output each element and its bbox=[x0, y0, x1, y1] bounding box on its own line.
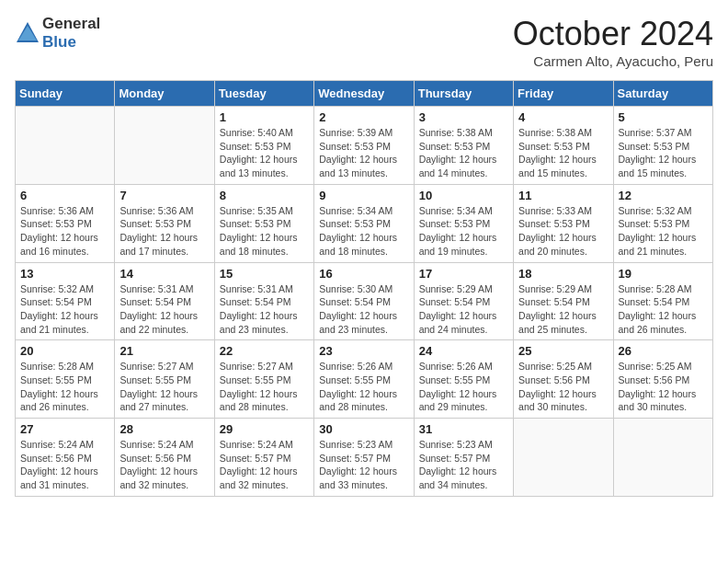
calendar-cell: 24Sunrise: 5:26 AMSunset: 5:55 PMDayligh… bbox=[414, 340, 513, 419]
day-number: 12 bbox=[619, 189, 708, 202]
day-number: 13 bbox=[20, 267, 109, 281]
day-number: 7 bbox=[119, 189, 209, 202]
weekday-header-monday: Monday bbox=[115, 81, 214, 107]
calendar-table: SundayMondayTuesdayWednesdayThursdayFrid… bbox=[15, 80, 713, 497]
day-info: Sunrise: 5:23 AMSunset: 5:57 PMDaylight:… bbox=[319, 438, 408, 492]
day-number: 19 bbox=[619, 267, 708, 281]
calendar-cell: 12Sunrise: 5:32 AMSunset: 5:53 PMDayligh… bbox=[613, 184, 712, 262]
calendar-cell: 30Sunrise: 5:23 AMSunset: 5:57 PMDayligh… bbox=[314, 419, 414, 497]
day-number: 11 bbox=[518, 189, 608, 202]
weekday-header-friday: Friday bbox=[514, 81, 613, 107]
day-info: Sunrise: 5:38 AMSunset: 5:53 PMDaylight:… bbox=[518, 126, 608, 180]
calendar-cell: 22Sunrise: 5:27 AMSunset: 5:55 PMDayligh… bbox=[214, 340, 313, 419]
day-number: 29 bbox=[220, 422, 309, 436]
calendar-week-5: 27Sunrise: 5:24 AMSunset: 5:56 PMDayligh… bbox=[16, 419, 713, 497]
logo-blue: Blue bbox=[42, 33, 76, 51]
calendar-cell: 21Sunrise: 5:27 AMSunset: 5:55 PMDayligh… bbox=[115, 340, 214, 419]
calendar-cell: 18Sunrise: 5:29 AMSunset: 5:54 PMDayligh… bbox=[514, 262, 613, 340]
day-info: Sunrise: 5:40 AMSunset: 5:53 PMDaylight:… bbox=[220, 126, 309, 180]
calendar-cell: 11Sunrise: 5:33 AMSunset: 5:53 PMDayligh… bbox=[514, 184, 613, 262]
weekday-header-thursday: Thursday bbox=[414, 81, 513, 107]
calendar-cell bbox=[613, 419, 712, 497]
day-info: Sunrise: 5:30 AMSunset: 5:54 PMDaylight:… bbox=[319, 282, 408, 337]
day-number: 16 bbox=[319, 267, 408, 281]
day-number: 23 bbox=[319, 344, 408, 358]
day-number: 14 bbox=[119, 267, 209, 281]
weekday-header-sunday: Sunday bbox=[16, 81, 115, 107]
day-info: Sunrise: 5:25 AMSunset: 5:56 PMDaylight:… bbox=[619, 360, 708, 414]
calendar-cell: 17Sunrise: 5:29 AMSunset: 5:54 PMDayligh… bbox=[414, 262, 513, 340]
day-info: Sunrise: 5:35 AMSunset: 5:53 PMDaylight:… bbox=[220, 204, 309, 259]
calendar-cell: 15Sunrise: 5:31 AMSunset: 5:54 PMDayligh… bbox=[214, 262, 313, 340]
day-info: Sunrise: 5:26 AMSunset: 5:55 PMDaylight:… bbox=[419, 360, 508, 414]
day-number: 15 bbox=[220, 267, 309, 281]
calendar-cell: 25Sunrise: 5:25 AMSunset: 5:56 PMDayligh… bbox=[514, 340, 613, 419]
day-number: 9 bbox=[319, 189, 408, 202]
weekday-header-row: SundayMondayTuesdayWednesdayThursdayFrid… bbox=[16, 81, 713, 107]
calendar-cell bbox=[115, 107, 214, 185]
day-number: 26 bbox=[619, 344, 708, 358]
location-title: Carmen Alto, Ayacucho, Peru bbox=[513, 53, 713, 69]
day-number: 31 bbox=[419, 422, 508, 436]
calendar-cell: 8Sunrise: 5:35 AMSunset: 5:53 PMDaylight… bbox=[214, 184, 313, 262]
calendar-week-2: 6Sunrise: 5:36 AMSunset: 5:53 PMDaylight… bbox=[16, 184, 713, 262]
calendar-cell: 29Sunrise: 5:24 AMSunset: 5:57 PMDayligh… bbox=[214, 419, 313, 497]
day-info: Sunrise: 5:24 AMSunset: 5:57 PMDaylight:… bbox=[220, 438, 309, 492]
weekday-header-wednesday: Wednesday bbox=[314, 81, 414, 107]
svg-marker-1 bbox=[18, 26, 37, 40]
day-number: 21 bbox=[119, 344, 209, 358]
day-number: 18 bbox=[518, 267, 608, 281]
calendar-cell: 28Sunrise: 5:24 AMSunset: 5:56 PMDayligh… bbox=[115, 419, 214, 497]
calendar-cell: 9Sunrise: 5:34 AMSunset: 5:53 PMDaylight… bbox=[314, 184, 414, 262]
day-info: Sunrise: 5:25 AMSunset: 5:56 PMDaylight:… bbox=[518, 360, 608, 414]
day-number: 20 bbox=[20, 344, 109, 358]
day-info: Sunrise: 5:23 AMSunset: 5:57 PMDaylight:… bbox=[419, 438, 508, 492]
logo-general: General bbox=[42, 15, 100, 32]
calendar-cell: 2Sunrise: 5:39 AMSunset: 5:53 PMDaylight… bbox=[314, 107, 414, 185]
day-info: Sunrise: 5:38 AMSunset: 5:53 PMDaylight:… bbox=[419, 126, 508, 180]
day-info: Sunrise: 5:31 AMSunset: 5:54 PMDaylight:… bbox=[220, 282, 309, 337]
day-info: Sunrise: 5:36 AMSunset: 5:53 PMDaylight:… bbox=[119, 204, 209, 259]
weekday-header-saturday: Saturday bbox=[613, 81, 712, 107]
day-number: 22 bbox=[220, 344, 309, 358]
calendar-cell: 23Sunrise: 5:26 AMSunset: 5:55 PMDayligh… bbox=[314, 340, 414, 419]
day-info: Sunrise: 5:39 AMSunset: 5:53 PMDaylight:… bbox=[319, 126, 408, 180]
logo-icon bbox=[15, 20, 40, 46]
day-info: Sunrise: 5:31 AMSunset: 5:54 PMDaylight:… bbox=[119, 282, 209, 337]
calendar-cell: 26Sunrise: 5:25 AMSunset: 5:56 PMDayligh… bbox=[613, 340, 712, 419]
weekday-header-tuesday: Tuesday bbox=[214, 81, 313, 107]
day-number: 6 bbox=[20, 189, 109, 202]
calendar-week-3: 13Sunrise: 5:32 AMSunset: 5:54 PMDayligh… bbox=[16, 262, 713, 340]
day-number: 3 bbox=[419, 110, 508, 124]
day-info: Sunrise: 5:26 AMSunset: 5:55 PMDaylight:… bbox=[319, 360, 408, 414]
day-number: 8 bbox=[220, 189, 309, 202]
day-info: Sunrise: 5:34 AMSunset: 5:53 PMDaylight:… bbox=[319, 204, 408, 259]
calendar-week-1: 1Sunrise: 5:40 AMSunset: 5:53 PMDaylight… bbox=[16, 107, 713, 185]
day-info: Sunrise: 5:24 AMSunset: 5:56 PMDaylight:… bbox=[20, 438, 109, 492]
day-number: 10 bbox=[419, 189, 508, 202]
day-number: 25 bbox=[518, 344, 608, 358]
calendar-cell: 14Sunrise: 5:31 AMSunset: 5:54 PMDayligh… bbox=[115, 262, 214, 340]
calendar-cell: 19Sunrise: 5:28 AMSunset: 5:54 PMDayligh… bbox=[613, 262, 712, 340]
day-number: 1 bbox=[220, 110, 309, 124]
calendar-week-4: 20Sunrise: 5:28 AMSunset: 5:55 PMDayligh… bbox=[16, 340, 713, 419]
calendar-cell: 13Sunrise: 5:32 AMSunset: 5:54 PMDayligh… bbox=[16, 262, 115, 340]
day-info: Sunrise: 5:32 AMSunset: 5:54 PMDaylight:… bbox=[20, 282, 109, 337]
calendar-cell bbox=[16, 107, 115, 185]
day-info: Sunrise: 5:36 AMSunset: 5:53 PMDaylight:… bbox=[20, 204, 109, 259]
day-info: Sunrise: 5:32 AMSunset: 5:53 PMDaylight:… bbox=[619, 204, 708, 259]
calendar-cell bbox=[514, 419, 613, 497]
day-number: 24 bbox=[419, 344, 508, 358]
day-number: 28 bbox=[119, 422, 209, 436]
logo: General Blue bbox=[15, 15, 100, 52]
day-number: 5 bbox=[619, 110, 708, 124]
day-info: Sunrise: 5:29 AMSunset: 5:54 PMDaylight:… bbox=[518, 282, 608, 337]
day-info: Sunrise: 5:24 AMSunset: 5:56 PMDaylight:… bbox=[119, 438, 209, 492]
day-info: Sunrise: 5:34 AMSunset: 5:53 PMDaylight:… bbox=[419, 204, 508, 259]
day-info: Sunrise: 5:27 AMSunset: 5:55 PMDaylight:… bbox=[119, 360, 209, 414]
calendar-cell: 6Sunrise: 5:36 AMSunset: 5:53 PMDaylight… bbox=[16, 184, 115, 262]
calendar-cell: 31Sunrise: 5:23 AMSunset: 5:57 PMDayligh… bbox=[414, 419, 513, 497]
day-info: Sunrise: 5:37 AMSunset: 5:53 PMDaylight:… bbox=[619, 126, 708, 180]
day-number: 30 bbox=[319, 422, 408, 436]
day-info: Sunrise: 5:33 AMSunset: 5:53 PMDaylight:… bbox=[518, 204, 608, 259]
